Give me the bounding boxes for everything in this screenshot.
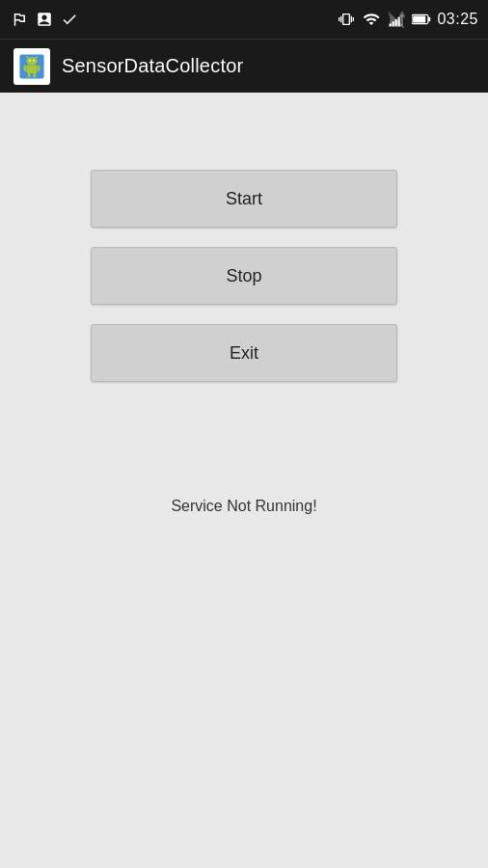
action-bar: SensorDataCollector: [0, 39, 488, 93]
svg-point-13: [33, 59, 35, 61]
status-bar-left: [10, 10, 79, 29]
svg-rect-3: [398, 17, 400, 27]
vibrate-icon: [337, 10, 356, 29]
notification-icon-1: [10, 10, 29, 29]
status-bar: 03:25: [0, 0, 488, 39]
signal-icon: [387, 10, 406, 29]
service-status: Service Not Running!: [171, 498, 316, 515]
app-title: SensorDataCollector: [62, 55, 243, 77]
svg-rect-17: [28, 73, 31, 77]
wifi-icon: [362, 10, 381, 29]
svg-point-11: [26, 57, 37, 65]
svg-rect-16: [38, 65, 40, 70]
start-button[interactable]: Start: [91, 170, 397, 228]
status-bar-right: 03:25: [337, 10, 478, 29]
exit-button[interactable]: Exit: [91, 324, 397, 382]
svg-rect-4: [401, 15, 403, 27]
stop-button[interactable]: Stop: [91, 247, 397, 305]
main-content: Start Stop Exit Service Not Running!: [0, 93, 488, 868]
svg-rect-7: [414, 16, 426, 23]
battery-icon: [412, 10, 431, 29]
time-display: 03:25: [437, 11, 478, 28]
svg-rect-18: [33, 73, 36, 77]
app-icon: [14, 48, 50, 85]
notification-icon-3: [60, 10, 79, 29]
notification-icon-2: [35, 10, 54, 29]
svg-rect-15: [24, 65, 26, 70]
svg-point-12: [29, 59, 31, 61]
svg-rect-14: [26, 65, 37, 72]
svg-rect-2: [395, 19, 397, 27]
svg-rect-6: [428, 17, 430, 22]
svg-rect-0: [390, 24, 392, 27]
svg-rect-1: [393, 21, 394, 26]
